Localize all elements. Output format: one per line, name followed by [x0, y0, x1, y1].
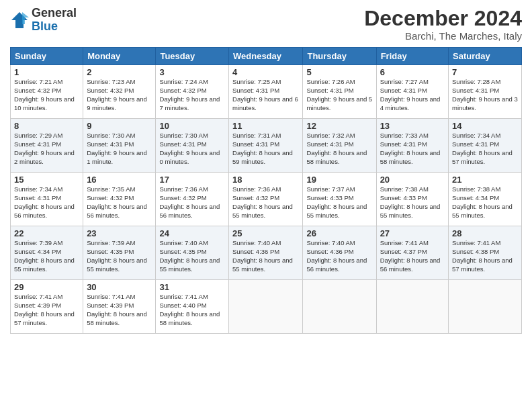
day-number: 29: [14, 282, 79, 292]
day-info: Sunrise: 7:29 AMSunset: 4:31 PMDaylight:…: [14, 132, 79, 166]
day-number: 20: [380, 175, 445, 185]
day-info: Sunrise: 7:28 AMSunset: 4:31 PMDaylight:…: [452, 78, 518, 112]
table-cell: [376, 280, 448, 334]
page: General Blue December 2024 Barchi, The M…: [0, 0, 532, 411]
col-saturday: Saturday: [449, 48, 522, 65]
day-number: 24: [159, 228, 225, 238]
col-tuesday: Tuesday: [156, 48, 229, 65]
table-cell: 28Sunrise: 7:41 AMSunset: 4:38 PMDayligh…: [449, 226, 522, 280]
table-cell: 1Sunrise: 7:21 AMSunset: 4:32 PMDaylight…: [11, 65, 83, 119]
logo: General Blue: [10, 7, 77, 34]
day-number: 26: [306, 228, 372, 238]
day-number: 16: [87, 175, 152, 185]
day-info: Sunrise: 7:41 AMSunset: 4:40 PMDaylight:…: [159, 293, 225, 327]
day-number: 11: [232, 121, 299, 131]
table-cell: 7Sunrise: 7:28 AMSunset: 4:31 PMDaylight…: [449, 65, 522, 119]
calendar-row: 1Sunrise: 7:21 AMSunset: 4:32 PMDaylight…: [11, 65, 522, 119]
table-cell: 3Sunrise: 7:24 AMSunset: 4:32 PMDaylight…: [156, 65, 229, 119]
day-number: 12: [306, 121, 372, 131]
logo-icon: [10, 11, 29, 30]
table-cell: 25Sunrise: 7:40 AMSunset: 4:36 PMDayligh…: [229, 226, 303, 280]
day-number: 5: [306, 67, 372, 77]
day-number: 14: [452, 121, 518, 131]
calendar-header-row: Sunday Monday Tuesday Wednesday Thursday…: [11, 48, 522, 65]
col-monday: Monday: [83, 48, 156, 65]
table-cell: [449, 280, 522, 334]
logo-text: General Blue: [32, 7, 77, 34]
day-info: Sunrise: 7:34 AMSunset: 4:31 PMDaylight:…: [14, 185, 79, 220]
day-info: Sunrise: 7:32 AMSunset: 4:31 PMDaylight:…: [306, 132, 372, 166]
day-number: 8: [14, 121, 79, 131]
subtitle: Barchi, The Marches, Italy: [364, 30, 522, 42]
day-number: 6: [380, 67, 445, 77]
day-info: Sunrise: 7:39 AMSunset: 4:35 PMDaylight:…: [87, 239, 152, 273]
table-cell: 29Sunrise: 7:41 AMSunset: 4:39 PMDayligh…: [11, 280, 83, 334]
day-info: Sunrise: 7:24 AMSunset: 4:32 PMDaylight:…: [159, 78, 225, 112]
calendar-row: 22Sunrise: 7:39 AMSunset: 4:34 PMDayligh…: [11, 226, 522, 280]
day-info: Sunrise: 7:31 AMSunset: 4:31 PMDaylight:…: [232, 132, 299, 166]
day-number: 31: [159, 282, 225, 292]
day-info: Sunrise: 7:36 AMSunset: 4:32 PMDaylight:…: [159, 185, 225, 220]
day-info: Sunrise: 7:21 AMSunset: 4:32 PMDaylight:…: [14, 78, 79, 112]
day-number: 19: [306, 175, 372, 185]
table-cell: [303, 280, 376, 334]
main-title: December 2024: [364, 7, 522, 30]
table-cell: 30Sunrise: 7:41 AMSunset: 4:39 PMDayligh…: [83, 280, 156, 334]
table-cell: 21Sunrise: 7:38 AMSunset: 4:34 PMDayligh…: [449, 173, 522, 226]
day-info: Sunrise: 7:39 AMSunset: 4:34 PMDaylight:…: [14, 239, 79, 273]
day-info: Sunrise: 7:30 AMSunset: 4:31 PMDaylight:…: [87, 132, 152, 166]
day-info: Sunrise: 7:41 AMSunset: 4:39 PMDaylight:…: [14, 293, 79, 327]
day-number: 2: [87, 67, 152, 77]
day-info: Sunrise: 7:41 AMSunset: 4:39 PMDaylight:…: [87, 293, 152, 327]
day-number: 9: [87, 121, 152, 131]
day-info: Sunrise: 7:40 AMSunset: 4:36 PMDaylight:…: [232, 239, 299, 273]
logo-general: General: [32, 6, 77, 19]
day-info: Sunrise: 7:26 AMSunset: 4:31 PMDaylight:…: [306, 78, 372, 112]
day-info: Sunrise: 7:40 AMSunset: 4:36 PMDaylight:…: [306, 239, 372, 273]
table-cell: 26Sunrise: 7:40 AMSunset: 4:36 PMDayligh…: [303, 226, 376, 280]
calendar-table: Sunday Monday Tuesday Wednesday Thursday…: [10, 47, 522, 334]
table-cell: 6Sunrise: 7:27 AMSunset: 4:31 PMDaylight…: [376, 65, 448, 119]
day-number: 27: [380, 228, 445, 238]
table-cell: 23Sunrise: 7:39 AMSunset: 4:35 PMDayligh…: [83, 226, 156, 280]
day-number: 15: [14, 175, 79, 185]
col-friday: Friday: [376, 48, 448, 65]
table-cell: 10Sunrise: 7:30 AMSunset: 4:31 PMDayligh…: [156, 119, 229, 173]
table-cell: 24Sunrise: 7:40 AMSunset: 4:35 PMDayligh…: [156, 226, 229, 280]
logo-blue: Blue: [32, 19, 58, 33]
table-cell: 22Sunrise: 7:39 AMSunset: 4:34 PMDayligh…: [11, 226, 83, 280]
table-cell: 18Sunrise: 7:36 AMSunset: 4:32 PMDayligh…: [229, 173, 303, 226]
day-info: Sunrise: 7:38 AMSunset: 4:33 PMDaylight:…: [380, 185, 445, 220]
day-info: Sunrise: 7:23 AMSunset: 4:32 PMDaylight:…: [87, 78, 152, 112]
day-info: Sunrise: 7:35 AMSunset: 4:32 PMDaylight:…: [87, 185, 152, 220]
table-cell: 16Sunrise: 7:35 AMSunset: 4:32 PMDayligh…: [83, 173, 156, 226]
table-cell: 15Sunrise: 7:34 AMSunset: 4:31 PMDayligh…: [11, 173, 83, 226]
table-cell: 27Sunrise: 7:41 AMSunset: 4:37 PMDayligh…: [376, 226, 448, 280]
day-info: Sunrise: 7:33 AMSunset: 4:31 PMDaylight:…: [380, 132, 445, 166]
col-wednesday: Wednesday: [229, 48, 303, 65]
table-cell: 5Sunrise: 7:26 AMSunset: 4:31 PMDaylight…: [303, 65, 376, 119]
table-cell: 12Sunrise: 7:32 AMSunset: 4:31 PMDayligh…: [303, 119, 376, 173]
day-number: 10: [159, 121, 225, 131]
day-number: 1: [14, 67, 79, 77]
table-cell: 11Sunrise: 7:31 AMSunset: 4:31 PMDayligh…: [229, 119, 303, 173]
day-number: 25: [232, 228, 299, 238]
table-cell: 20Sunrise: 7:38 AMSunset: 4:33 PMDayligh…: [376, 173, 448, 226]
day-info: Sunrise: 7:25 AMSunset: 4:31 PMDaylight:…: [232, 78, 299, 112]
day-info: Sunrise: 7:34 AMSunset: 4:31 PMDaylight:…: [452, 132, 518, 166]
day-number: 21: [452, 175, 518, 185]
calendar-row: 8Sunrise: 7:29 AMSunset: 4:31 PMDaylight…: [11, 119, 522, 173]
table-cell: 8Sunrise: 7:29 AMSunset: 4:31 PMDaylight…: [11, 119, 83, 173]
col-thursday: Thursday: [303, 48, 376, 65]
day-number: 17: [159, 175, 225, 185]
table-cell: 2Sunrise: 7:23 AMSunset: 4:32 PMDaylight…: [83, 65, 156, 119]
table-cell: 17Sunrise: 7:36 AMSunset: 4:32 PMDayligh…: [156, 173, 229, 226]
day-info: Sunrise: 7:38 AMSunset: 4:34 PMDaylight:…: [452, 185, 518, 220]
day-number: 23: [87, 228, 152, 238]
day-number: 13: [380, 121, 445, 131]
day-number: 7: [452, 67, 518, 77]
day-number: 4: [232, 67, 299, 77]
table-cell: 14Sunrise: 7:34 AMSunset: 4:31 PMDayligh…: [449, 119, 522, 173]
table-cell: 9Sunrise: 7:30 AMSunset: 4:31 PMDaylight…: [83, 119, 156, 173]
table-cell: 4Sunrise: 7:25 AMSunset: 4:31 PMDaylight…: [229, 65, 303, 119]
